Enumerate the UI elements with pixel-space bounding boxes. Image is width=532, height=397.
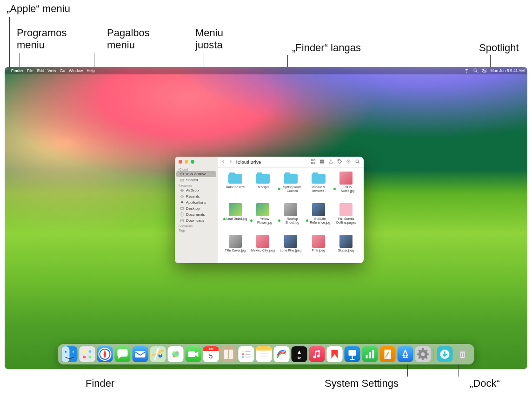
dock-facetime[interactable] (186, 346, 201, 362)
dock-messages[interactable] (115, 346, 131, 362)
file-item[interactable]: Lone Pine.jpeg (278, 235, 304, 261)
dock-notes[interactable] (256, 346, 272, 362)
svg-point-32 (89, 356, 92, 358)
svg-point-9 (181, 190, 182, 191)
dock-separator (434, 347, 434, 361)
sidebar-item-airdrop[interactable]: AirDrop (176, 187, 216, 193)
svg-line-23 (358, 162, 359, 164)
menu-file[interactable]: File (27, 68, 33, 73)
file-item[interactable]: Leaf Detail.jpg (222, 203, 248, 233)
file-item[interactable]: Receipts (250, 172, 276, 201)
sidebar-group: iCloud (175, 167, 218, 171)
menu-go[interactable]: Go (60, 68, 65, 73)
dock-freeform[interactable] (274, 346, 290, 362)
dock-downloads[interactable] (437, 346, 453, 362)
callout-finder-window: „Finder“ langas (292, 42, 361, 54)
sidebar-group: Favorites (175, 183, 218, 187)
file-item[interactable]: RD.2-Notes.jpg (333, 172, 359, 201)
dock-music[interactable] (309, 346, 325, 362)
dock-calendar[interactable]: JUN5 (203, 346, 219, 362)
file-item[interactable]: Still Life Reference.jpg (306, 203, 332, 233)
menu-window[interactable]: Window (69, 68, 83, 73)
file-item[interactable]: Title Cover.jpg (222, 235, 248, 261)
dock-trash[interactable] (455, 346, 471, 362)
spotlight-icon[interactable] (473, 68, 478, 74)
svg-rect-18 (320, 161, 324, 162)
dock-mail[interactable] (133, 346, 148, 362)
menu-help[interactable]: Help (86, 68, 94, 73)
search-button[interactable] (355, 159, 360, 165)
share-button[interactable] (328, 159, 333, 165)
svg-line-1 (476, 71, 478, 72)
file-item[interactable]: Rooftop Shoot.jpg (278, 203, 304, 233)
menu-edit[interactable]: Edit (37, 68, 44, 73)
callout-apple-menu: „Apple“ meniu (7, 3, 70, 15)
dock-news[interactable] (327, 346, 343, 362)
dock-numbers[interactable] (362, 346, 378, 362)
callout-menu-bar: Meniu juosta (195, 27, 223, 52)
svg-rect-69 (369, 352, 371, 358)
file-item[interactable]: Rail Chasers (222, 172, 248, 201)
dock-pages[interactable] (380, 346, 396, 362)
sidebar-item-documents[interactable]: Documents (176, 212, 216, 218)
callout-help-menu: Pagalbos meniu (107, 27, 150, 52)
close-button[interactable] (179, 160, 182, 164)
dock-system-settings[interactable] (415, 346, 431, 362)
dock-safari[interactable] (97, 346, 113, 362)
svg-rect-35 (135, 351, 146, 357)
view-icons-button[interactable] (311, 159, 316, 165)
sidebar-item-applications[interactable]: Applications (176, 199, 216, 205)
forward-button[interactable] (228, 159, 233, 165)
wifi-icon[interactable] (464, 68, 469, 74)
sidebar-item-downloads[interactable]: Downloads (176, 218, 216, 224)
svg-rect-68 (366, 355, 368, 358)
file-item[interactable]: Spring Youth Council (278, 172, 304, 201)
dock-app-store[interactable] (398, 346, 413, 362)
sidebar-item-icloud-drive[interactable]: iCloud Drive (176, 171, 216, 177)
menu-bar-datetime[interactable]: Mon Jun 5 9:41 AM (491, 68, 525, 73)
file-item[interactable]: Mexico City.jpeg (250, 235, 276, 261)
svg-rect-11 (180, 207, 184, 209)
callout-finder-dock: Finder (86, 377, 114, 390)
file-item[interactable]: Vendor & Invoices (306, 172, 332, 201)
sidebar-item-shared[interactable]: Shared (176, 177, 216, 183)
dock-maps[interactable] (150, 346, 166, 362)
svg-point-30 (89, 350, 92, 353)
menu-bar: Finder File Edit View Go Window Help Mon… (5, 67, 527, 74)
dock-finder[interactable] (62, 346, 78, 362)
menu-view[interactable]: View (47, 68, 56, 73)
callout-system-settings: System Settings (325, 377, 399, 390)
svg-rect-25 (62, 346, 70, 362)
sidebar-group: Locations (175, 224, 218, 228)
svg-rect-70 (372, 350, 374, 358)
svg-rect-17 (320, 160, 324, 160)
file-item[interactable]: Skater.jpeg (333, 235, 359, 261)
dock-reminders[interactable] (239, 346, 254, 362)
callout-app-menu: Programos meniu (17, 27, 67, 52)
tag-button[interactable] (337, 159, 342, 165)
dock-tv[interactable]: tv (292, 346, 307, 362)
control-center-icon[interactable] (482, 68, 487, 74)
svg-rect-28 (80, 346, 95, 362)
fullscreen-button[interactable] (191, 160, 194, 164)
callout-dock: „Dock“ (470, 377, 500, 390)
sidebar-item-desktop[interactable]: Desktop (176, 205, 216, 212)
dock-launchpad[interactable] (80, 346, 95, 362)
dock-contacts[interactable] (221, 346, 237, 362)
svg-point-8 (181, 189, 184, 192)
group-button[interactable] (319, 159, 325, 165)
svg-point-20 (339, 160, 339, 161)
file-item[interactable]: Pink.jpeg (306, 235, 332, 261)
back-button[interactable] (221, 159, 226, 165)
file-item[interactable]: Yellow Flower.jpg (250, 203, 276, 233)
file-item[interactable]: Fall Scents Outline.pages (333, 203, 359, 233)
sidebar-item-recents[interactable]: Recents (176, 193, 216, 199)
minimize-button[interactable] (185, 160, 188, 164)
finder-icon-grid: Rail ChasersReceiptsSpring Youth Council… (218, 168, 364, 263)
action-button[interactable] (346, 159, 351, 165)
app-menu[interactable]: Finder (11, 68, 23, 73)
dock-keynote[interactable] (345, 346, 360, 362)
svg-line-81 (419, 350, 420, 351)
dock-photos[interactable] (168, 346, 184, 362)
svg-rect-14 (314, 159, 315, 161)
